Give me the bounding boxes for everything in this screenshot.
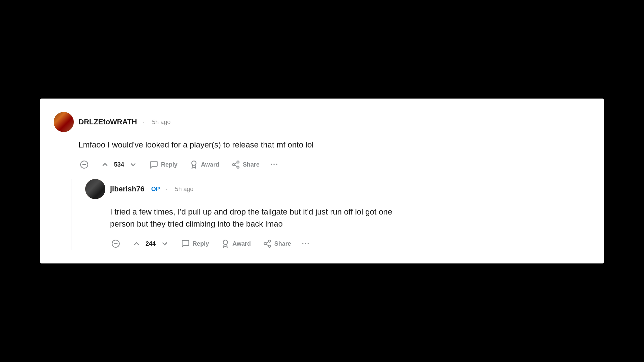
nested-more-options-button[interactable]: ··· bbox=[302, 239, 310, 248]
separator: · bbox=[143, 119, 145, 126]
nested-separator: · bbox=[166, 186, 168, 193]
collapse-button[interactable] bbox=[78, 158, 90, 171]
nested-section: jiberish76 OP · 5h ago I tried a few tim… bbox=[64, 179, 590, 250]
comment-body: Lmfaoo I would've looked for a player(s)… bbox=[78, 139, 590, 151]
comment-header: DRLZEtoWRATH · 5h ago bbox=[54, 112, 590, 132]
thread-line-container bbox=[64, 179, 78, 250]
award-icon bbox=[190, 160, 198, 169]
vote-count: 534 bbox=[114, 161, 124, 168]
svg-point-5 bbox=[237, 166, 239, 168]
nested-award-label: Award bbox=[232, 240, 251, 247]
svg-point-11 bbox=[268, 240, 271, 242]
avatar bbox=[54, 112, 74, 132]
nested-vote-count: 244 bbox=[146, 240, 156, 247]
nested-username: jiberish76 bbox=[110, 185, 145, 193]
timestamp: 5h ago bbox=[152, 119, 170, 126]
nested-downvote-button[interactable] bbox=[159, 237, 170, 250]
share-button[interactable]: Share bbox=[230, 158, 261, 171]
nested-action-bar: 244 Reply bbox=[110, 237, 590, 250]
svg-point-10 bbox=[223, 240, 228, 244]
nested-minus-circle-icon bbox=[111, 239, 120, 248]
nested-reply-button[interactable]: Reply bbox=[180, 237, 210, 250]
svg-line-15 bbox=[266, 242, 268, 243]
nested-downvote-icon bbox=[160, 239, 169, 248]
svg-line-14 bbox=[266, 244, 268, 246]
reply-icon bbox=[150, 160, 158, 169]
svg-point-3 bbox=[237, 161, 239, 163]
nested-comment-header: jiberish76 OP · 5h ago bbox=[85, 179, 590, 199]
award-button[interactable]: Award bbox=[188, 158, 221, 171]
nested-comment-body: I tried a few times, I'd pull up and dro… bbox=[110, 206, 590, 230]
action-bar: 534 Reply Award bbox=[78, 158, 590, 171]
op-badge: OP bbox=[151, 186, 160, 193]
nested-timestamp: 5h ago bbox=[175, 186, 194, 193]
more-options-button[interactable]: ··· bbox=[270, 160, 278, 169]
share-icon bbox=[231, 160, 240, 169]
nested-upvote-icon bbox=[132, 239, 141, 248]
reply-label: Reply bbox=[161, 161, 177, 168]
comment-card: DRLZEtoWRATH · 5h ago Lmfaoo I would've … bbox=[40, 99, 604, 263]
downvote-icon bbox=[129, 160, 138, 169]
upvote-button[interactable] bbox=[99, 158, 111, 171]
nested-award-icon bbox=[221, 239, 230, 248]
nested-reply-label: Reply bbox=[193, 240, 209, 247]
downvote-button[interactable] bbox=[127, 158, 139, 171]
nested-share-button[interactable]: Share bbox=[262, 237, 292, 250]
nested-comment: jiberish76 OP · 5h ago I tried a few tim… bbox=[78, 179, 590, 250]
nested-upvote-button[interactable] bbox=[131, 237, 142, 250]
nested-body-line1: I tried a few times, I'd pull up and dro… bbox=[110, 207, 392, 216]
svg-line-7 bbox=[234, 163, 237, 164]
username: DRLZEtoWRATH bbox=[78, 118, 137, 126]
top-level-comment: DRLZEtoWRATH · 5h ago Lmfaoo I would've … bbox=[54, 112, 590, 250]
share-label: Share bbox=[243, 161, 260, 168]
svg-line-6 bbox=[234, 165, 237, 167]
nested-share-label: Share bbox=[274, 240, 291, 247]
upvote-icon bbox=[101, 160, 109, 169]
nested-collapse-button[interactable] bbox=[110, 237, 121, 250]
minus-circle-icon bbox=[80, 160, 89, 169]
vote-section: 534 bbox=[99, 158, 139, 171]
svg-point-4 bbox=[232, 164, 235, 166]
nested-avatar bbox=[85, 179, 105, 199]
award-label: Award bbox=[201, 161, 219, 168]
reply-button[interactable]: Reply bbox=[148, 158, 179, 171]
svg-point-13 bbox=[268, 245, 271, 247]
svg-point-12 bbox=[264, 243, 266, 245]
nested-vote-section: 244 bbox=[131, 237, 170, 250]
thread-line bbox=[71, 179, 71, 250]
svg-point-2 bbox=[192, 161, 196, 165]
nested-reply-icon bbox=[181, 239, 190, 248]
nested-award-button[interactable]: Award bbox=[220, 237, 252, 250]
nested-share-icon bbox=[263, 239, 272, 248]
nested-body-line2: person but they tried climbing into the … bbox=[110, 219, 283, 228]
